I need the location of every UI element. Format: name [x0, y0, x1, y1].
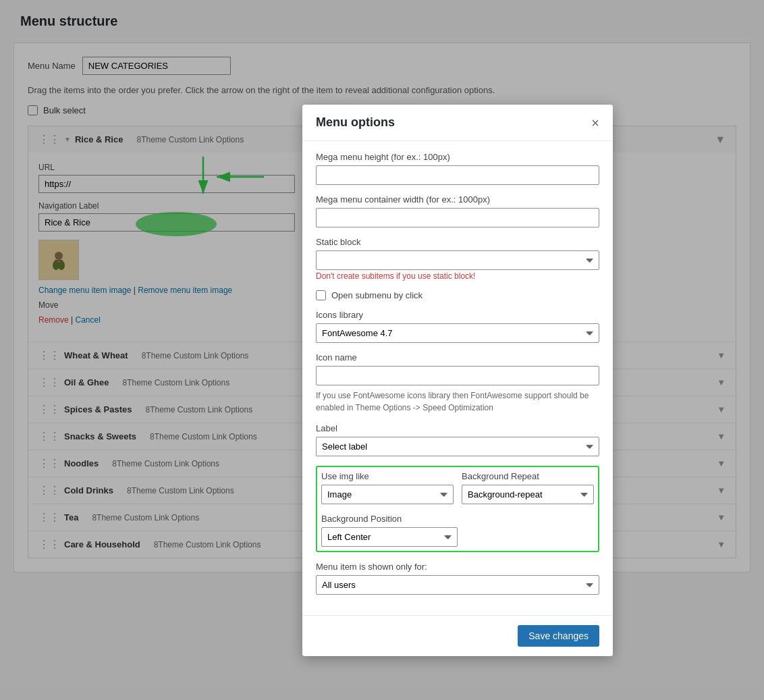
label-field-label: Label	[316, 423, 599, 433]
label-group: Label Select label New Sale Hot	[316, 423, 599, 456]
use-img-label: Use img like	[321, 471, 454, 481]
save-changes-button[interactable]: Save changes	[518, 625, 599, 647]
icon-hint: If you use FontAwesome icons library the…	[316, 389, 599, 414]
shown-for-group: Menu item is shown only for: All users L…	[316, 562, 599, 595]
bg-repeat-select-wrapper: Background-repeat no-repeat repeat-x rep…	[462, 485, 594, 504]
shown-for-select[interactable]: All users Logged in users Logged out use…	[316, 575, 599, 595]
shown-for-select-wrapper: All users Logged in users Logged out use…	[316, 575, 599, 595]
mega-height-input[interactable]	[316, 165, 599, 185]
modal-footer: Save changes	[302, 615, 613, 656]
label-select-wrapper: Select label New Sale Hot	[316, 437, 599, 456]
static-block-group: Static block Don't create subitems if yo…	[316, 237, 599, 281]
submenu-checkbox[interactable]	[316, 290, 326, 300]
modal-header: Menu options ×	[302, 105, 613, 141]
use-img-select[interactable]: Image Background	[321, 485, 454, 504]
icon-name-group: Icon name If you use FontAwesome icons l…	[316, 352, 599, 414]
static-block-warning: Don't create subitems if you use static …	[316, 271, 599, 281]
icon-name-input[interactable]	[316, 366, 599, 385]
submenu-checkbox-row: Open submenu by click	[316, 290, 599, 300]
modal-title: Menu options	[316, 115, 395, 130]
bg-position-select[interactable]: Left Center Center Center Right Center L…	[321, 527, 458, 547]
use-img-select-wrapper: Image Background	[321, 485, 454, 504]
bg-repeat-label: Background Repeat	[462, 471, 594, 481]
mega-height-group: Mega menu height (for ex.: 100px)	[316, 152, 599, 185]
modal-body: Mega menu height (for ex.: 100px) Mega m…	[302, 141, 613, 615]
icons-library-label: Icons library	[316, 310, 599, 320]
icon-name-label: Icon name	[316, 352, 599, 362]
static-block-select-wrapper	[316, 250, 599, 270]
label-select[interactable]: Select label New Sale Hot	[316, 437, 599, 456]
mega-height-label: Mega menu height (for ex.: 100px)	[316, 152, 599, 162]
bg-position-group: Background Position Left Center Center C…	[321, 514, 594, 547]
img-bg-section: Use img like Image Background Background…	[316, 466, 599, 552]
page-wrapper: Menu structure Menu Name Drag the items …	[0, 0, 764, 700]
menu-options-modal: Menu options × Mega menu height (for ex.…	[302, 105, 613, 656]
img-bg-row: Use img like Image Background Background…	[321, 471, 594, 504]
static-block-label: Static block	[316, 237, 599, 247]
use-img-col: Use img like Image Background	[321, 471, 454, 504]
submenu-label: Open submenu by click	[331, 290, 422, 300]
mega-width-label: Mega menu container width (for ex.: 1000…	[316, 194, 599, 205]
bg-repeat-col: Background Repeat Background-repeat no-r…	[462, 471, 594, 504]
static-block-select[interactable]	[316, 250, 599, 270]
icons-library-select[interactable]: FontAwesome 4.7 FontAwesome 5 Custom	[316, 323, 599, 343]
icons-library-select-wrapper: FontAwesome 4.7 FontAwesome 5 Custom	[316, 323, 599, 343]
shown-for-label: Menu item is shown only for:	[316, 562, 599, 572]
bg-repeat-select[interactable]: Background-repeat no-repeat repeat-x rep…	[462, 485, 594, 504]
icons-library-group: Icons library FontAwesome 4.7 FontAwesom…	[316, 310, 599, 343]
bg-position-label: Background Position	[321, 514, 594, 524]
modal-close-button[interactable]: ×	[591, 116, 599, 130]
bg-position-select-wrapper: Left Center Center Center Right Center L…	[321, 527, 458, 547]
mega-width-input[interactable]	[316, 208, 599, 227]
mega-width-group: Mega menu container width (for ex.: 1000…	[316, 194, 599, 227]
